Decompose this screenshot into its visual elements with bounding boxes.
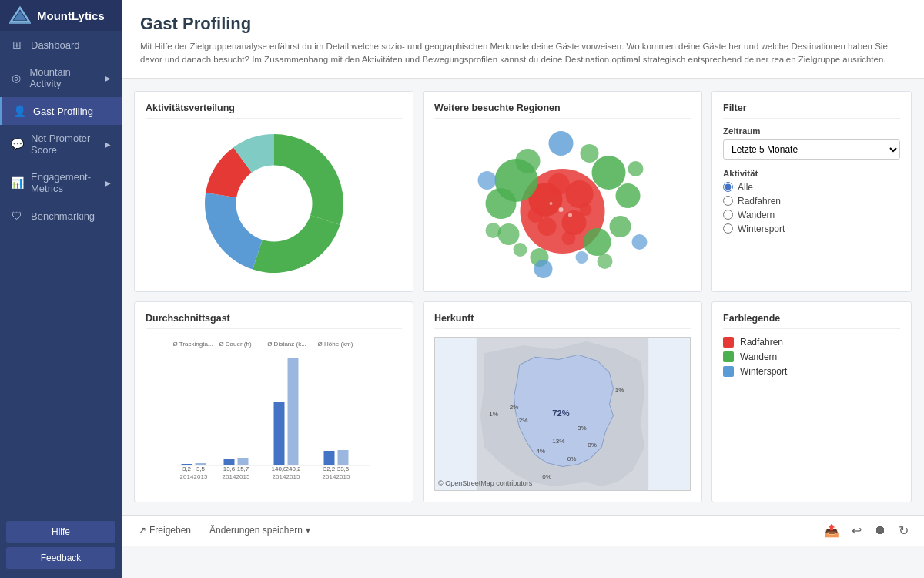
sidebar-item-label: Mountain Activity (29, 66, 97, 89)
svg-point-26 (598, 254, 613, 269)
svg-text:1%: 1% (489, 410, 498, 417)
radio-radfahren-input[interactable] (723, 196, 733, 206)
upload-icon-button[interactable]: 📤 (821, 522, 842, 539)
svg-text:2014: 2014 (273, 473, 286, 480)
record-icon-button[interactable]: ⏺ (871, 522, 889, 539)
zeitraum-label: Zeitraum (723, 126, 900, 136)
svg-rect-57 (324, 451, 335, 465)
aenderungen-button[interactable]: Änderungen speichern ▾ (205, 522, 315, 539)
svg-point-10 (528, 207, 544, 223)
svg-text:2015: 2015 (194, 473, 208, 480)
pie-chart (205, 134, 343, 273)
legend-radfahren: Radfahren (723, 337, 900, 348)
sidebar-footer: Hilfe Feedback (0, 512, 122, 578)
aktivitaetsverteilung-card: Aktivitätsverteilung (134, 91, 413, 292)
svg-text:13%: 13% (552, 438, 564, 445)
svg-point-22 (628, 161, 644, 176)
undo-icon-button[interactable]: ↩ (849, 522, 865, 539)
profile-icon: 👤 (13, 105, 25, 117)
sidebar-item-mountain-activity[interactable]: ◎ Mountain Activity ▶ (0, 59, 122, 97)
svg-point-16 (592, 156, 626, 190)
svg-text:Ø Trackingta...: Ø Trackingta... (172, 341, 213, 348)
chevron-right-icon: ▶ (105, 179, 111, 187)
sidebar-navigation: ⊞ Dashboard ◎ Mountain Activity ▶ 👤 Gast… (0, 31, 122, 512)
radio-wandern-input[interactable] (723, 210, 733, 220)
svg-text:2%: 2% (519, 416, 528, 423)
svg-point-3 (236, 165, 312, 241)
feedback-button[interactable]: Feedback (6, 547, 116, 569)
farblegende-title: Farblegende (723, 313, 900, 329)
bubble-svg (434, 126, 691, 281)
sidebar-item-label: Net Promoter Score (31, 133, 97, 156)
zeitraum-select[interactable]: Letzte 5 Monate Letzte 3 Monate Letzte 1… (723, 139, 900, 160)
radio-wandern[interactable]: Wandern (723, 210, 900, 220)
legend-wintersport: Wintersport (723, 366, 900, 377)
app-name: MountLytics (37, 9, 105, 22)
radio-wintersport-input[interactable] (723, 223, 733, 234)
svg-point-6 (566, 180, 594, 208)
svg-point-32 (559, 207, 564, 212)
svg-text:2015: 2015 (336, 473, 350, 480)
pie-chart-container (146, 126, 402, 281)
svg-text:2015: 2015 (236, 473, 250, 480)
radio-alle[interactable]: Alle (723, 182, 900, 193)
svg-point-17 (616, 183, 641, 208)
bubble-chart (434, 126, 691, 281)
svg-text:33,6: 33,6 (337, 465, 350, 472)
freigeben-button[interactable]: ↗ Freigeben (134, 522, 196, 539)
page-title: Gast Profiling (140, 14, 906, 34)
refresh-icon-button[interactable]: ↻ (896, 522, 912, 539)
durchschnittsgast-title: Durchschnittsgast (146, 313, 402, 329)
svg-point-29 (632, 234, 648, 250)
legend-dot-wandern (723, 351, 734, 362)
aktivitaet-label: Aktivität (723, 169, 900, 178)
svg-rect-58 (338, 450, 349, 465)
farblegende-card: Farblegende Radfahren Wandern Winterspor… (711, 301, 912, 502)
sidebar-item-net-promoter[interactable]: 💬 Net Promoter Score ▶ (0, 125, 122, 163)
svg-point-11 (580, 203, 592, 216)
hilfe-button[interactable]: Hilfe (6, 521, 116, 543)
logo-container: MountLytics (0, 0, 122, 31)
sidebar-item-benchmarking[interactable]: 🛡 Benchmarking (0, 202, 122, 230)
toolbar-right: 📤 ↩ ⏺ ↻ (821, 522, 912, 539)
svg-text:32,2: 32,2 (323, 465, 336, 472)
svg-text:13,6: 13,6 (223, 465, 236, 472)
svg-point-21 (486, 223, 501, 238)
aktivitaetsverteilung-title: Aktivitätsverteilung (146, 102, 402, 119)
sidebar-item-engagement[interactable]: 📊 Engagement-Metrics ▶ (0, 163, 122, 202)
svg-point-33 (550, 202, 553, 205)
svg-point-12 (562, 231, 576, 245)
svg-text:0%: 0% (567, 455, 577, 462)
dashboard-icon: ⊞ (11, 39, 23, 51)
svg-rect-52 (288, 358, 299, 465)
svg-rect-51 (274, 402, 285, 465)
svg-text:0%: 0% (588, 442, 597, 449)
bar-chart-container: Ø Trackingta... Ø Dauer (h) Ø Distanz (k… (146, 337, 402, 491)
svg-text:3,2: 3,2 (182, 465, 192, 472)
svg-point-30 (478, 171, 497, 190)
radio-wintersport-label: Wintersport (738, 223, 785, 234)
svg-text:3,5: 3,5 (196, 465, 206, 472)
svg-text:Ø Distanz (k...: Ø Distanz (k... (267, 341, 306, 348)
page-description: Mit Hilfe der Zielgruppenanalyse erfährs… (140, 40, 895, 67)
radio-alle-input[interactable] (723, 182, 733, 192)
svg-point-19 (584, 228, 611, 256)
svg-point-14 (486, 188, 517, 219)
sidebar-item-label: Dashboard (31, 39, 80, 51)
radio-radfahren[interactable]: Radfahren (723, 196, 900, 207)
svg-point-25 (514, 243, 527, 257)
sidebar-item-gast-profiling[interactable]: 👤 Gast Profiling (0, 97, 122, 125)
svg-text:Ø Höhe (km): Ø Höhe (km) (318, 341, 353, 348)
sidebar-item-label: Gast Profiling (33, 106, 93, 117)
sidebar-item-label: Engagement-Metrics (31, 171, 97, 194)
aktivitaet-radio-group: Alle Radfahren Wandern Wintersport (723, 182, 900, 234)
radio-radfahren-label: Radfahren (738, 196, 781, 207)
svg-text:0%: 0% (542, 472, 551, 479)
svg-point-23 (581, 144, 599, 163)
radio-wintersport[interactable]: Wintersport (723, 223, 900, 234)
legend-dot-radfahren (723, 337, 734, 348)
svg-point-31 (576, 251, 588, 264)
weitere-regionen-card: Weitere besuchte Regionen (423, 91, 702, 292)
sidebar-item-dashboard[interactable]: ⊞ Dashboard (0, 31, 122, 59)
svg-point-34 (568, 213, 572, 217)
